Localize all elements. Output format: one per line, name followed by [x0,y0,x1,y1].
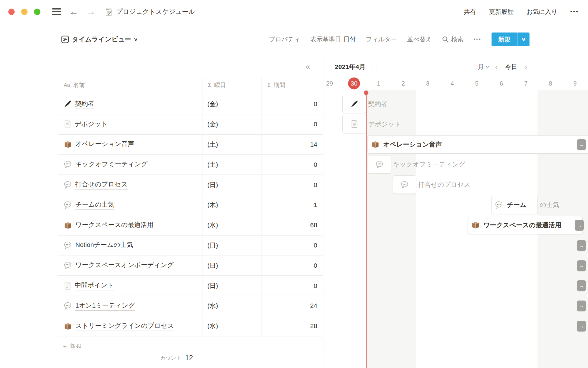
add-row-button[interactable]: +新規 [58,336,322,348]
column-header-label: 名前 [73,81,85,89]
row-name-label: 契約者 [75,99,94,109]
table-row: ストリーミングラインのプロセス(水)28 [58,316,322,336]
row-name-label: 中間ポイント [75,281,114,290]
row-duration-cell[interactable]: 0 [262,236,322,255]
row-duration-cell[interactable]: 0 [262,276,322,296]
date-cell[interactable]: 1 [377,80,380,87]
date-basis-button[interactable]: 表示基準日 日付 [310,35,356,44]
row-name-cell[interactable]: 契約者 [58,94,202,114]
date-cell[interactable]: 29 [326,80,333,87]
row-duration-cell[interactable]: 68 [262,215,322,235]
row-day-cell[interactable]: (金) [202,114,262,134]
new-button-dropdown[interactable]: ∨ [517,33,530,46]
next-period-icon[interactable]: › [525,63,527,71]
timeline-bar[interactable]: オペレーション音声 [368,135,588,154]
row-name-cell[interactable]: チームの士気 [58,195,202,215]
row-day-cell[interactable]: (水) [202,215,262,235]
row-day-cell[interactable]: (日) [202,175,262,195]
row-day-cell[interactable]: (日) [202,236,262,255]
row-name-cell[interactable]: 1オン1ミーティング [58,296,202,316]
timeline-bar[interactable]: チーム [491,196,538,214]
row-name-cell[interactable]: 打合せのプロセス [58,175,202,195]
timeline-bar[interactable] [342,115,366,133]
row-day-cell[interactable]: (日) [202,276,262,296]
row-name-cell[interactable]: デポジット [58,114,202,134]
row-name-cell[interactable]: ストリーミングラインのプロセス [58,316,202,336]
date-cell[interactable]: 7 [524,80,528,87]
scroll-to-offscreen-bar-button[interactable]: → [577,260,586,271]
row-day-cell[interactable]: (水) [202,316,262,336]
timeline-bar[interactable]: ワークスペースの最適活用 [468,216,582,234]
column-header-day[interactable]: Σ曜日 [202,77,262,94]
row-day-cell[interactable]: (土) [202,155,262,174]
column-header-duration[interactable]: Σ期間 [262,77,322,94]
zoom-window-button[interactable] [34,9,40,15]
new-button-label[interactable]: 新規 [492,33,517,46]
row-duration-cell[interactable]: 0 [262,94,322,114]
row-name-cell[interactable]: ワークスペースオンボーディング [58,255,202,275]
collapse-table-icon[interactable]: « [306,62,309,71]
row-duration-cell[interactable]: 14 [262,135,322,155]
table-row: Notionチームの士気(日)0 [58,236,322,256]
share-button[interactable]: 共有 [464,8,476,16]
row-day-cell[interactable]: (木) [202,195,262,215]
row-name-cell[interactable]: 中間ポイント [58,276,202,296]
row-name-cell[interactable]: ワークスペースの最適活用 [58,215,202,235]
scroll-to-bar-end-button[interactable]: → [577,139,586,150]
page-title[interactable]: プロジェクトスケジュール [105,7,195,16]
view-switcher[interactable]: タイムラインビュー ∨ [61,35,138,44]
row-duration-cell[interactable]: 0 [262,114,322,134]
sidebar-menu-icon[interactable] [52,8,61,15]
row-duration-cell[interactable]: 28 [262,316,322,336]
more-options-icon[interactable]: ••• [570,9,579,15]
timeline-bar[interactable] [342,95,366,113]
row-duration-cell[interactable]: 0 [262,175,322,195]
properties-button[interactable]: プロパティ [269,35,300,44]
close-window-button[interactable] [8,9,15,15]
panel-divider[interactable] [323,60,323,368]
date-cell[interactable]: 4 [450,80,454,87]
date-cell-today[interactable]: 30 [348,77,360,89]
speech-icon [375,160,384,169]
date-cell[interactable]: 5 [475,80,478,87]
row-name-cell[interactable]: オペレーション音声 [58,135,202,155]
sort-button[interactable]: 並べ替え [407,35,432,44]
prev-period-icon[interactable]: ‹ [495,63,498,71]
date-cell[interactable]: 2 [401,80,405,87]
timeline-scale-selector[interactable]: 月 ∨ [478,63,489,71]
row-name-cell[interactable]: キックオフミーティング [58,155,202,174]
scroll-to-offscreen-bar-button[interactable]: → [577,321,586,332]
date-cell[interactable]: 6 [499,80,503,87]
row-name-cell[interactable]: Notionチームの士気 [58,236,202,255]
date-cell[interactable]: 8 [549,80,552,87]
date-cell[interactable]: 3 [426,80,429,87]
row-duration-cell[interactable]: 0 [262,155,322,174]
row-duration-cell[interactable]: 24 [262,296,322,316]
row-day-cell[interactable]: (金) [202,94,262,114]
timeline-bar[interactable] [393,175,416,194]
scroll-to-offscreen-bar-button[interactable]: → [577,240,586,251]
timeline-bar[interactable] [368,155,391,174]
date-cell[interactable]: 9 [573,80,577,87]
scroll-to-bar-end-button[interactable]: → [575,220,584,231]
scroll-to-offscreen-bar-button[interactable]: → [577,301,586,311]
new-button[interactable]: 新規 ∨ [492,33,530,46]
timeline-date-ruler[interactable]: 2930123456789 [325,77,588,90]
favorite-button[interactable]: お気に入り [526,8,557,16]
date-basis-label: 表示基準日 [310,35,341,44]
minimize-window-button[interactable] [21,9,28,15]
row-duration-cell[interactable]: 1 [262,195,322,215]
filter-button[interactable]: フィルター [366,35,397,44]
update-history-button[interactable]: 更新履歴 [489,8,514,16]
row-day-cell[interactable]: (日) [202,255,262,275]
nav-forward-icon[interactable]: → [86,7,96,16]
column-header-name[interactable]: Aa名前 [58,77,202,94]
scroll-to-offscreen-bar-button[interactable]: → [577,280,586,291]
search-button[interactable]: 検索 [442,35,463,44]
row-duration-cell[interactable]: 0 [262,255,322,275]
view-more-options-icon[interactable]: ••• [473,36,481,42]
nav-back-icon[interactable]: ← [69,7,78,16]
today-button[interactable]: 今日 [505,63,517,71]
row-day-cell[interactable]: (水) [202,296,262,316]
row-day-cell[interactable]: (土) [202,135,262,155]
